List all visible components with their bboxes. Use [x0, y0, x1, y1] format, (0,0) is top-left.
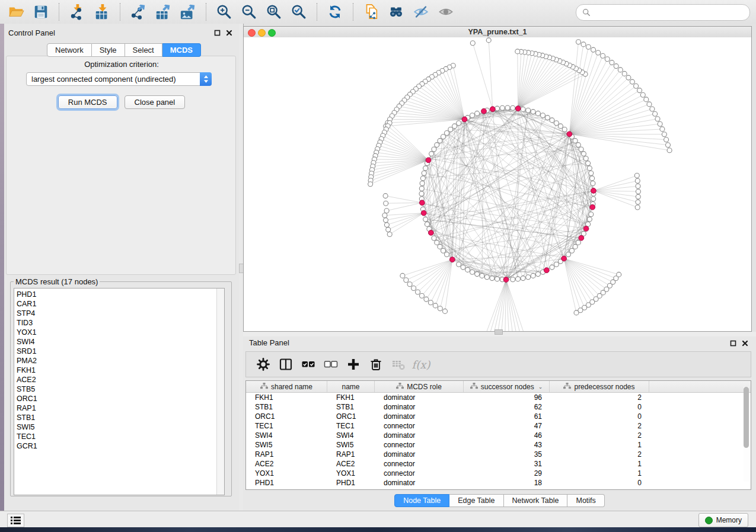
mcds-result-item[interactable]: SWI5 — [17, 422, 224, 432]
float-panel-icon[interactable] — [213, 28, 221, 37]
table-panel: Table Panel f(x) shared namenameMCDS rol… — [243, 336, 756, 511]
column-label: successor nodes — [481, 383, 534, 391]
delete-button[interactable] — [365, 354, 387, 375]
show-all-button[interactable] — [433, 2, 458, 22]
float-panel-icon[interactable] — [729, 339, 737, 347]
tab-node-table[interactable]: Node Table — [394, 494, 449, 507]
clone-network-button[interactable] — [359, 2, 384, 22]
cell-mcds_role: dominator — [375, 479, 464, 487]
cell-successor: 31 — [464, 460, 550, 468]
add-row-button[interactable] — [342, 354, 365, 375]
task-history-button[interactable] — [7, 514, 24, 527]
export-table-button[interactable] — [151, 2, 176, 22]
mcds-result-item[interactable]: RAP1 — [17, 403, 224, 413]
cell-successor: 29 — [464, 469, 550, 477]
optimization-criterion-select[interactable]: largest connected component (undirected) — [26, 72, 212, 86]
toolbar-separator — [317, 3, 317, 21]
tab-style[interactable]: Style — [92, 43, 125, 57]
column-header-name[interactable]: name — [327, 381, 375, 392]
mcds-result-item[interactable]: PMA2 — [17, 356, 224, 366]
open-file-button[interactable] — [4, 2, 28, 22]
column-header-MCDS-role[interactable]: MCDS role — [375, 381, 464, 392]
select-all-button[interactable] — [297, 354, 320, 375]
tab-edge-table[interactable]: Edge Table — [449, 494, 503, 507]
mcds-result-item[interactable]: GCR1 — [17, 441, 224, 451]
cell-successor: 35 — [464, 450, 550, 459]
hide-selected-button[interactable] — [409, 2, 433, 22]
network-titlebar[interactable]: YPA_prune.txt_1 — [244, 27, 751, 38]
close-panel-icon[interactable] — [225, 28, 233, 37]
cell-successor: 96 — [464, 393, 550, 402]
export-network-button[interactable] — [126, 2, 151, 22]
zoom-selected-button[interactable] — [286, 2, 311, 22]
search-box[interactable] — [576, 4, 750, 21]
select-all-icon — [301, 357, 315, 371]
run-mcds-button[interactable]: Run MCDS — [58, 95, 117, 109]
tab-motifs[interactable]: Motifs — [567, 494, 604, 507]
table-row[interactable]: SWI5SWI5connector431 — [246, 440, 751, 450]
table-row[interactable]: ACE2ACE2connector311 — [246, 459, 751, 469]
cell-shared_name: SWI5 — [246, 441, 327, 449]
tab-network[interactable]: Network — [47, 43, 92, 57]
cell-mcds_role: dominator — [375, 412, 464, 421]
splitter-handle[interactable] — [495, 329, 503, 335]
mcds-result-item[interactable]: TID3 — [17, 318, 224, 328]
mcds-result-item[interactable]: YOX1 — [17, 328, 224, 337]
mcds-result-item[interactable]: FKH1 — [17, 366, 224, 375]
import-network-button[interactable] — [65, 2, 90, 22]
export-network-icon — [130, 4, 146, 20]
mcds-list-scrollbar[interactable] — [216, 289, 224, 495]
export-image-icon — [180, 4, 196, 20]
mcds-result-item[interactable]: STP4 — [17, 309, 224, 318]
mcds-result-item[interactable]: SWI4 — [17, 337, 224, 347]
gear-button[interactable] — [252, 354, 275, 375]
find-button[interactable] — [384, 2, 409, 22]
table-row[interactable]: YOX1YOX1connector291 — [246, 469, 751, 478]
table-row[interactable]: ORC1ORC1dominator610 — [246, 412, 751, 421]
table-row[interactable]: STB1STB1dominator620 — [246, 402, 751, 412]
mcds-result-item[interactable]: STB5 — [17, 384, 224, 394]
table-row[interactable]: PHD1PHD1dominator180 — [246, 478, 751, 488]
column-header-successor-nodes[interactable]: successor nodes⌄ — [464, 381, 550, 392]
table-row[interactable]: TEC1TEC1connector472 — [246, 421, 751, 431]
zoom-out-button[interactable] — [237, 2, 261, 22]
mcds-result-item[interactable]: SRD1 — [17, 347, 224, 356]
search-input[interactable] — [594, 6, 749, 19]
scrollbar-thumb[interactable] — [744, 387, 749, 448]
table-row[interactable]: RAP1RAP1dominator352 — [246, 450, 751, 459]
sort-menu-icon[interactable]: ⌄ — [538, 384, 543, 390]
network-canvas[interactable] — [244, 37, 751, 331]
mcds-result-item[interactable]: CAR1 — [17, 299, 224, 309]
close-panel-button[interactable]: Close panel — [125, 95, 186, 109]
zoom-fit-button[interactable] — [261, 2, 286, 22]
zoom-in-button[interactable] — [212, 2, 237, 22]
save-session-button[interactable] — [28, 2, 53, 22]
network-view-window: YPA_prune.txt_1 — [243, 26, 752, 332]
columns-button[interactable] — [275, 354, 297, 375]
horizontal-splitter[interactable] — [243, 332, 756, 336]
mcds-result-item[interactable]: ORC1 — [17, 394, 224, 403]
network-graph[interactable] — [244, 37, 751, 331]
cell-shared_name: STB1 — [246, 403, 327, 411]
memory-button[interactable]: Memory — [698, 513, 748, 527]
close-panel-icon[interactable] — [741, 339, 749, 347]
mcds-result-item[interactable]: ACE2 — [17, 375, 224, 384]
column-header-shared-name[interactable]: shared name — [246, 381, 327, 392]
mcds-result-item[interactable]: STB1 — [17, 413, 224, 422]
export-image-button[interactable] — [176, 2, 200, 22]
refresh-button[interactable] — [323, 2, 347, 22]
table-row[interactable]: FKH1FKH1dominator962 — [246, 393, 751, 402]
refresh-icon — [327, 4, 343, 20]
deselect-all-button[interactable] — [320, 354, 342, 375]
table-row[interactable]: SWI4SWI4dominator462 — [246, 431, 751, 440]
tab-network-table[interactable]: Network Table — [504, 494, 568, 507]
mcds-result-item[interactable]: TEC1 — [17, 432, 224, 441]
tab-select[interactable]: Select — [125, 43, 162, 57]
tab-mcds[interactable]: MCDS — [162, 43, 201, 57]
import-table-button[interactable] — [90, 2, 114, 22]
mcds-result-item[interactable]: PHD1 — [17, 290, 224, 299]
cell-shared_name: PHD1 — [246, 479, 327, 487]
table-scrollbar[interactable] — [744, 387, 749, 482]
mcds-result-list[interactable]: PHD1CAR1STP4TID3YOX1SWI4SRD1PMA2FKH1ACE2… — [14, 288, 225, 495]
column-header-predecessor-nodes[interactable]: predecessor nodes — [550, 381, 649, 392]
